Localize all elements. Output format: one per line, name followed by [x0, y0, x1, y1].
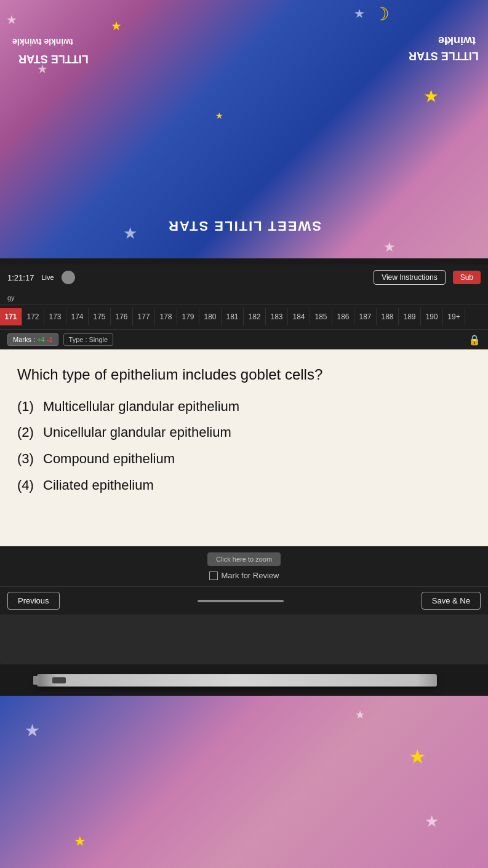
lock-icon: 🔒 — [468, 334, 481, 346]
star-5: ★ — [354, 6, 365, 21]
laptop-screen: 1:21:17 Live View Instructions Sub gy 17… — [0, 265, 488, 664]
stylus-tip — [33, 676, 39, 685]
options-list: (1) Multicellular glandular epithelium (… — [17, 397, 471, 495]
bottom-star-1: ★ — [25, 720, 40, 741]
mark-review-text: Mark for Review — [222, 571, 279, 580]
mark-review-checkbox[interactable] — [209, 571, 218, 580]
q-num-176[interactable]: 176 — [111, 308, 133, 325]
submit-button[interactable]: Sub — [453, 271, 481, 284]
marks-label: Marks : — [13, 336, 35, 343]
click-zoom-button[interactable]: Click here to zoom — [207, 552, 281, 566]
fabric-bottom-text: SWEET LITILE STAR — [167, 218, 321, 234]
fabric-text-4: LITTLE STAR — [409, 49, 479, 62]
marks-positive: +4 — [37, 336, 45, 343]
previous-button[interactable]: Previous — [7, 592, 60, 610]
question-content: Which type of epithelium includes goblet… — [0, 349, 488, 546]
bottom-star-4: ★ — [74, 834, 86, 850]
star-2: ★ — [111, 18, 122, 33]
q-num-180[interactable]: 180 — [199, 308, 222, 325]
marks-badge: Marks : +4 -1 — [7, 333, 58, 346]
option-3[interactable]: (3) Compound epithelium — [17, 450, 471, 469]
q-num-191[interactable]: 19+ — [443, 308, 465, 325]
fabric-text-2: LITTLE STAR — [18, 52, 89, 65]
option-4-text: Ciliated epithelium — [43, 476, 154, 495]
bottom-controls: Click here to zoom Mark for Review — [0, 546, 488, 586]
app-topbar: 1:21:17 Live View Instructions Sub — [0, 265, 488, 290]
stylus-button — [52, 677, 66, 683]
crescent-moon: ☽ — [373, 3, 390, 25]
q-num-181[interactable]: 181 — [222, 308, 244, 325]
q-num-178[interactable]: 178 — [155, 308, 177, 325]
q-num-187[interactable]: 187 — [354, 308, 377, 325]
option-1-text: Multicellular glandular epithelium — [43, 397, 239, 416]
q-num-184[interactable]: 184 — [288, 308, 310, 325]
star-3: ★ — [37, 62, 48, 76]
question-numbers-row: 171 172 173 174 175 176 177 178 179 180 … — [0, 304, 488, 329]
question-text: Which type of epithelium includes goblet… — [17, 364, 471, 385]
star-1: ★ — [6, 12, 17, 27]
q-num-174[interactable]: 174 — [66, 308, 89, 325]
q-num-183[interactable]: 183 — [266, 308, 288, 325]
bottom-star-5: ★ — [425, 812, 439, 831]
q-num-173[interactable]: 173 — [44, 308, 66, 325]
bottom-star-3: ★ — [355, 708, 365, 722]
category-row: gy — [0, 290, 488, 304]
q-num-172[interactable]: 172 — [22, 308, 44, 325]
option-4[interactable]: (4) Ciliated epithelium — [17, 476, 471, 495]
live-badge: Live — [41, 274, 54, 281]
q-num-188[interactable]: 188 — [377, 308, 399, 325]
q-num-185[interactable]: 185 — [310, 308, 332, 325]
q-num-179[interactable]: 179 — [177, 308, 199, 325]
option-3-text: Compound epithelium — [43, 450, 175, 469]
mark-review-label[interactable]: Mark for Review — [209, 571, 279, 580]
option-3-number: (3) — [17, 450, 36, 469]
category-label: gy — [7, 293, 15, 303]
marks-type-row: Marks : +4 -1 Type : Single 🔒 — [0, 329, 488, 349]
bottom-star-2: ★ — [409, 745, 426, 768]
marks-negative: -1 — [47, 336, 53, 343]
star-7: ★ — [443, 37, 451, 47]
background-top: twinkle twinkle LITTLE STAR twinkle LITT… — [0, 0, 488, 258]
background-bottom: ★ ★ ★ ★ ★ — [0, 696, 488, 868]
option-2-number: (2) — [17, 423, 36, 442]
live-indicator — [62, 271, 75, 284]
fabric-text-1: twinkle twinkle — [12, 37, 73, 47]
q-num-190[interactable]: 190 — [421, 308, 443, 325]
home-indicator — [198, 600, 284, 602]
option-2-text: Unicellular glandular epithelium — [43, 423, 231, 442]
star-4: ★ — [423, 86, 439, 106]
q-num-171[interactable]: 171 — [0, 308, 22, 325]
nav-row: Previous Save & Ne — [0, 586, 488, 615]
option-1-number: (1) — [17, 397, 36, 416]
q-num-186[interactable]: 186 — [332, 308, 354, 325]
view-instructions-button[interactable]: View Instructions — [374, 270, 446, 285]
q-num-182[interactable]: 182 — [244, 308, 266, 325]
type-badge: Type : Single — [63, 333, 114, 346]
q-num-177[interactable]: 177 — [133, 308, 155, 325]
option-1[interactable]: (1) Multicellular glandular epithelium — [17, 397, 471, 416]
star-bottom-1: ★ — [123, 224, 137, 243]
option-2[interactable]: (2) Unicellular glandular epithelium — [17, 423, 471, 442]
save-next-button[interactable]: Save & Ne — [422, 592, 481, 610]
star-6: ★ — [215, 111, 223, 121]
time-display: 1:21:17 — [7, 273, 34, 282]
stylus — [37, 674, 437, 687]
q-num-189[interactable]: 189 — [399, 308, 421, 325]
star-bottom-2: ★ — [383, 239, 396, 255]
q-num-175[interactable]: 175 — [89, 308, 111, 325]
option-4-number: (4) — [17, 476, 36, 495]
